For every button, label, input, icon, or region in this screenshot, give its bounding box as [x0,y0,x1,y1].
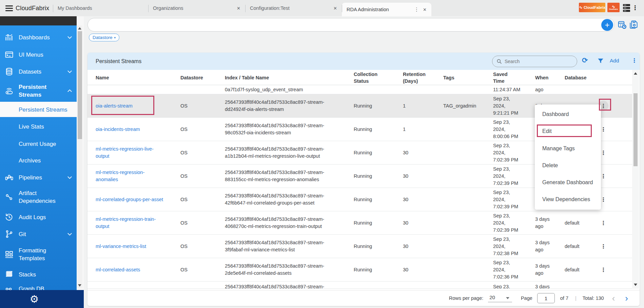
sidebar-item-label: Artifact Dependencies [19,189,56,205]
table-row: ml-metrics-regression-train- outputOS256… [87,211,632,235]
tab-organizations[interactable]: Organizations✕ [148,0,245,16]
tab-label: My Dashboards [58,5,92,11]
row-kebab-icon[interactable]: ⋮ [598,241,608,251]
tab-rda-administration[interactable]: RDA Administration⋮✕ [342,3,431,16]
brand-label: CloudFabrix [16,5,49,12]
cell-name[interactable]: ml-variance-metrics-list [96,235,176,258]
table-scroll-thumb[interactable] [633,93,638,166]
sidebar-item-live-stats[interactable]: Live Stats [0,118,77,135]
panel-search-box[interactable] [492,56,577,67]
cell-index-table: 25647393ff8f40c4af18d7533c8ac897-stream-… [225,188,354,211]
tab-divider [148,5,149,12]
tab-my-dashboards[interactable]: My Dashboards [53,0,148,16]
sidebar-item-persistent-streams-sub[interactable]: Persistent Streams [0,102,77,117]
tab-menu-icon[interactable]: ⋮ [414,6,419,13]
cell-index-table: 25647393ff8f40c4af18d7533c8ac897-stream-… [225,141,354,164]
chevron-up-icon [67,89,72,94]
cloudfabrix-badge-small[interactable]: ∿ CloudFabrix [607,3,620,12]
tab-label: Organizations [153,5,183,11]
sidebar-item-stacks[interactable]: Stacks [0,266,77,283]
sidebar-item-archives[interactable]: Archives [0,152,77,169]
sidebar-scroll-thumb[interactable] [78,31,82,139]
cloudfabrix-badge-large[interactable]: ∿ CloudFabrix [579,3,605,12]
menu-item-dashboard[interactable]: Dashboard [535,109,601,119]
cell-retention-days: 1 [403,94,435,117]
cell-name[interactable]: ml-metrics-regression- anomalies [96,165,176,188]
table-scroll-up-arrow[interactable] [634,72,637,75]
sidebar-item-formatting-templates[interactable]: Formatting Templates [0,245,77,264]
cell-index-table: 25647393ff8f40c4af18d7533c8ac897-stream-… [225,211,354,234]
cell-name[interactable]: ml-correlated-assets [96,258,176,281]
page-number-input[interactable] [537,293,555,303]
sidebar-item-artifact-dependencies[interactable]: Artifact Dependencies [0,188,77,207]
table-row: ml-variance-metrics-listOS25647393ff8f40… [87,235,632,258]
cell-database: default [565,211,597,234]
row-kebab-icon[interactable]: ⋮ [598,218,608,228]
sidebar-item-ui-menus[interactable]: UI Menus [0,46,77,63]
row-context-menu: DashboardEditManage TagsDeleteGenerate D… [535,104,601,210]
cell-datastore: OS [180,141,211,164]
topbar-kebab-icon[interactable]: ⋮ [632,4,638,12]
menu-item-delete[interactable]: Delete [535,160,601,171]
menu-item-view-dependencies[interactable]: View Dependencies [535,194,601,205]
sidebar-item-datasets[interactable]: Datasets [0,63,77,80]
sidebar-scroll-up-arrow[interactable] [78,27,81,30]
cell-retention-days: 30 [403,165,435,188]
datastore-filter-chip[interactable]: Datastore▾ [89,34,119,41]
cell-datastore: OS [180,118,211,141]
settings-gear-icon[interactable]: ⚙ [30,293,39,305]
stacks-icon [4,270,14,279]
cloudfabrix-logo-icon: ∿ [612,5,616,8]
sidebar-item-pipelines[interactable]: Pipelines [0,169,77,186]
panel-kebab-icon[interactable]: ⋮ [631,57,637,64]
menu-item-edit[interactable]: Edit [535,126,601,136]
previous-page-icon[interactable]: ‹ [612,295,615,302]
sidebar-scroll-down-arrow[interactable] [78,284,81,287]
tab-close-icon[interactable]: ✕ [237,6,240,11]
rda-administration-screen: CloudFabrix My DashboardsOrganizations✕C… [0,0,644,308]
sidebar-item-persistent-streams[interactable]: Persistent Streams [0,81,77,100]
add-filter-button[interactable]: + [601,19,613,31]
next-page-icon[interactable]: › [625,295,628,302]
sidebar-item-label: UI Menus [19,51,43,59]
add-button[interactable]: Add [610,58,619,64]
table-row: ml-correlated-assetsOS25647393ff8f40c4af… [87,258,632,282]
tab-configuration-test[interactable]: Configuration:Test✕ [245,0,342,16]
sidebar-item-git[interactable]: Git [0,226,77,243]
filter-funnel-icon[interactable] [597,57,604,65]
cell-name[interactable]: oia-alerts-stream [96,94,176,117]
cell-name[interactable]: ml-metrics-regression-live- output [96,141,176,164]
cell-name[interactable]: oia-incidents-stream [96,118,176,141]
sidebar-item-current-usage[interactable]: Current Usage [0,135,77,152]
cell-collection-status: Running [354,94,393,117]
hamburger-menu-icon[interactable] [5,5,13,11]
cell-collection-status: Running [354,118,393,141]
tab-close-icon[interactable]: ✕ [333,6,337,11]
sidebar-item-label: Dashboards [19,34,50,41]
menu-item-generate-dashboard[interactable]: Generate Dashboard [535,177,601,188]
cell-saved-time: Sep 23, [493,282,527,288]
cell-collection-status: Running [354,235,393,258]
table-scroll-down-arrow[interactable] [634,284,637,286]
scheduled-dashboards-icon[interactable] [618,20,627,29]
page-label: Page [521,295,532,301]
sidebar-item-label: Persistent Streams [19,105,67,113]
rows-per-page-select[interactable]: 20 [488,294,512,302]
server-rack-icon[interactable] [623,4,630,12]
cell-name[interactable]: ml-metrics-regression-train- output [96,211,176,234]
chevron-down-icon: ▾ [114,36,116,39]
refresh-icon[interactable]: ⟳ [582,56,588,64]
sidebar-item-audit-logs[interactable]: Audit Logs [0,209,77,226]
panel-search-input[interactable] [505,59,566,64]
save-layout-icon[interactable] [629,20,638,29]
tab-close-icon[interactable]: ✕ [423,7,427,12]
cell-name[interactable]: ml-correlated-groups-per-asset [96,188,176,211]
column-header-when: When [535,70,561,85]
row-kebab-icon[interactable]: ⋮ [598,265,608,275]
sidebar-item-graph-db[interactable]: Graph DB [0,283,77,290]
global-filter-input[interactable] [87,18,614,32]
rows-per-page-label: Rows per page: [449,295,484,301]
cell-saved-time: Sep 23, 2024, 7:02:39 PM [493,165,527,188]
sidebar-item-dashboards[interactable]: Dashboards [0,29,77,46]
menu-item-manage-tags[interactable]: Manage Tags [535,143,601,154]
